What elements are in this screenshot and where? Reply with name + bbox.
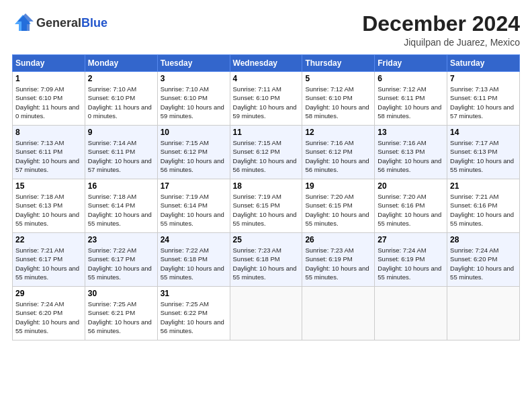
day-number: 19 — [305, 181, 371, 191]
day-number: 27 — [378, 235, 444, 244]
day-number: 7 — [450, 74, 517, 83]
table-row: 24 Sunrise: 7:22 AM Sunset: 6:18 PM Dayl… — [157, 233, 230, 287]
calendar-row: 29 Sunrise: 7:24 AM Sunset: 6:20 PM Dayl… — [13, 287, 520, 340]
day-number: 18 — [233, 181, 300, 191]
table-row: 17 Sunrise: 7:19 AM Sunset: 6:14 PM Dayl… — [157, 179, 230, 233]
calendar-row: 15 Sunrise: 7:18 AM Sunset: 6:13 PM Dayl… — [13, 179, 520, 233]
day-number: 30 — [88, 289, 154, 298]
logo-text: GeneralBlue — [36, 16, 107, 30]
table-row: 7 Sunrise: 7:13 AM Sunset: 6:11 PM Dayli… — [447, 72, 520, 126]
subtitle: Jiquilpan de Juarez, Mexico — [362, 37, 520, 48]
table-row: 9 Sunrise: 7:14 AM Sunset: 6:11 PM Dayli… — [85, 126, 157, 179]
calendar-header-row: Sunday Monday Tuesday Wednesday Thursday… — [13, 55, 520, 72]
col-friday: Friday — [375, 55, 447, 72]
table-row: 13 Sunrise: 7:16 AM Sunset: 6:13 PM Dayl… — [375, 126, 447, 179]
calendar-row: 1 Sunrise: 7:09 AM Sunset: 6:10 PM Dayli… — [13, 72, 520, 126]
day-info: Sunrise: 7:24 AM Sunset: 6:20 PM Dayligh… — [15, 300, 82, 335]
table-row: 19 Sunrise: 7:20 AM Sunset: 6:15 PM Dayl… — [302, 179, 375, 233]
day-number: 26 — [305, 235, 371, 244]
table-row: 5 Sunrise: 7:12 AM Sunset: 6:10 PM Dayli… — [302, 72, 375, 126]
table-row: 10 Sunrise: 7:15 AM Sunset: 6:12 PM Dayl… — [157, 126, 230, 179]
table-row: 15 Sunrise: 7:18 AM Sunset: 6:13 PM Dayl… — [13, 179, 85, 233]
table-row: 14 Sunrise: 7:17 AM Sunset: 6:13 PM Dayl… — [447, 126, 520, 179]
logo-icon — [12, 12, 34, 34]
day-number: 6 — [378, 74, 444, 83]
day-number: 24 — [161, 235, 227, 244]
day-number: 16 — [88, 181, 154, 191]
table-row — [230, 287, 302, 340]
day-number: 2 — [88, 74, 154, 83]
day-number: 9 — [88, 128, 154, 137]
day-info: Sunrise: 7:10 AM Sunset: 6:10 PM Dayligh… — [161, 85, 227, 120]
day-info: Sunrise: 7:19 AM Sunset: 6:15 PM Dayligh… — [233, 192, 300, 228]
calendar-table: Sunday Monday Tuesday Wednesday Thursday… — [12, 54, 520, 340]
day-info: Sunrise: 7:21 AM Sunset: 6:17 PM Dayligh… — [15, 246, 82, 281]
col-saturday: Saturday — [447, 55, 520, 72]
day-number: 5 — [305, 74, 371, 83]
day-info: Sunrise: 7:24 AM Sunset: 6:20 PM Dayligh… — [450, 246, 517, 281]
table-row: 16 Sunrise: 7:18 AM Sunset: 6:14 PM Dayl… — [85, 179, 157, 233]
table-row: 8 Sunrise: 7:13 AM Sunset: 6:11 PM Dayli… — [13, 126, 85, 179]
day-info: Sunrise: 7:23 AM Sunset: 6:18 PM Dayligh… — [233, 246, 300, 281]
day-info: Sunrise: 7:23 AM Sunset: 6:19 PM Dayligh… — [305, 246, 371, 281]
day-info: Sunrise: 7:21 AM Sunset: 6:16 PM Dayligh… — [450, 192, 517, 228]
col-thursday: Thursday — [302, 55, 375, 72]
table-row — [375, 287, 447, 340]
calendar-body: 1 Sunrise: 7:09 AM Sunset: 6:10 PM Dayli… — [13, 72, 520, 340]
col-sunday: Sunday — [13, 55, 85, 72]
day-number: 10 — [161, 128, 227, 137]
table-row: 23 Sunrise: 7:22 AM Sunset: 6:17 PM Dayl… — [85, 233, 157, 287]
day-number: 15 — [15, 181, 82, 191]
day-info: Sunrise: 7:25 AM Sunset: 6:22 PM Dayligh… — [161, 300, 227, 335]
month-title: December 2024 — [362, 12, 520, 36]
table-row: 21 Sunrise: 7:21 AM Sunset: 6:16 PM Dayl… — [447, 179, 520, 233]
day-info: Sunrise: 7:18 AM Sunset: 6:13 PM Dayligh… — [15, 192, 82, 228]
day-number: 25 — [233, 235, 300, 244]
table-row: 11 Sunrise: 7:15 AM Sunset: 6:12 PM Dayl… — [230, 126, 302, 179]
day-info: Sunrise: 7:15 AM Sunset: 6:12 PM Dayligh… — [161, 138, 227, 174]
day-number: 21 — [450, 181, 517, 191]
table-row — [447, 287, 520, 340]
day-number: 29 — [15, 289, 82, 298]
day-number: 28 — [450, 235, 517, 244]
table-row: 20 Sunrise: 7:20 AM Sunset: 6:16 PM Dayl… — [375, 179, 447, 233]
day-info: Sunrise: 7:14 AM Sunset: 6:11 PM Dayligh… — [88, 138, 154, 174]
day-info: Sunrise: 7:12 AM Sunset: 6:11 PM Dayligh… — [378, 85, 444, 120]
day-number: 17 — [161, 181, 227, 191]
day-info: Sunrise: 7:13 AM Sunset: 6:11 PM Dayligh… — [450, 85, 517, 120]
day-number: 23 — [88, 235, 154, 244]
page: GeneralBlue December 2024 Jiquilpan de J… — [0, 0, 532, 411]
header: GeneralBlue December 2024 Jiquilpan de J… — [12, 12, 520, 48]
day-info: Sunrise: 7:16 AM Sunset: 6:12 PM Dayligh… — [305, 138, 371, 174]
day-info: Sunrise: 7:17 AM Sunset: 6:13 PM Dayligh… — [450, 138, 517, 174]
logo: GeneralBlue — [12, 12, 107, 34]
calendar-row: 8 Sunrise: 7:13 AM Sunset: 6:11 PM Dayli… — [13, 126, 520, 179]
table-row: 26 Sunrise: 7:23 AM Sunset: 6:19 PM Dayl… — [302, 233, 375, 287]
day-info: Sunrise: 7:13 AM Sunset: 6:11 PM Dayligh… — [15, 138, 82, 174]
day-info: Sunrise: 7:10 AM Sunset: 6:10 PM Dayligh… — [88, 85, 154, 120]
day-info: Sunrise: 7:09 AM Sunset: 6:10 PM Dayligh… — [15, 85, 82, 120]
table-row: 30 Sunrise: 7:25 AM Sunset: 6:21 PM Dayl… — [85, 287, 157, 340]
day-number: 31 — [161, 289, 227, 298]
day-info: Sunrise: 7:15 AM Sunset: 6:12 PM Dayligh… — [233, 138, 300, 174]
day-info: Sunrise: 7:20 AM Sunset: 6:15 PM Dayligh… — [305, 192, 371, 228]
day-number: 13 — [378, 128, 444, 137]
col-wednesday: Wednesday — [230, 55, 302, 72]
table-row: 31 Sunrise: 7:25 AM Sunset: 6:22 PM Dayl… — [157, 287, 230, 340]
table-row: 27 Sunrise: 7:24 AM Sunset: 6:19 PM Dayl… — [375, 233, 447, 287]
col-monday: Monday — [85, 55, 157, 72]
table-row — [302, 287, 375, 340]
day-info: Sunrise: 7:24 AM Sunset: 6:19 PM Dayligh… — [378, 246, 444, 281]
day-number: 3 — [161, 74, 227, 83]
day-info: Sunrise: 7:16 AM Sunset: 6:13 PM Dayligh… — [378, 138, 444, 174]
table-row: 12 Sunrise: 7:16 AM Sunset: 6:12 PM Dayl… — [302, 126, 375, 179]
day-info: Sunrise: 7:18 AM Sunset: 6:14 PM Dayligh… — [88, 192, 154, 228]
day-number: 4 — [233, 74, 300, 83]
day-info: Sunrise: 7:20 AM Sunset: 6:16 PM Dayligh… — [378, 192, 444, 228]
day-number: 11 — [233, 128, 300, 137]
day-number: 22 — [15, 235, 82, 244]
table-row: 29 Sunrise: 7:24 AM Sunset: 6:20 PM Dayl… — [13, 287, 85, 340]
table-row: 22 Sunrise: 7:21 AM Sunset: 6:17 PM Dayl… — [13, 233, 85, 287]
table-row: 25 Sunrise: 7:23 AM Sunset: 6:18 PM Dayl… — [230, 233, 302, 287]
table-row: 1 Sunrise: 7:09 AM Sunset: 6:10 PM Dayli… — [13, 72, 85, 126]
